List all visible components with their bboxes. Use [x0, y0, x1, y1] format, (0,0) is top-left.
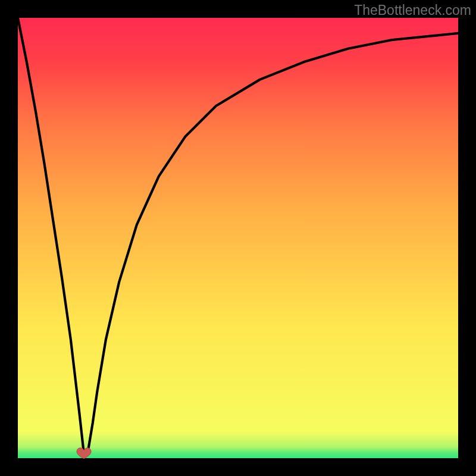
- attribution-label: TheBottleneck.com: [354, 2, 471, 18]
- chart-frame: TheBottleneck.com: [0, 0, 476, 476]
- curve-path: [18, 18, 458, 454]
- bottleneck-curve: [18, 18, 458, 458]
- plot-area: [18, 18, 458, 458]
